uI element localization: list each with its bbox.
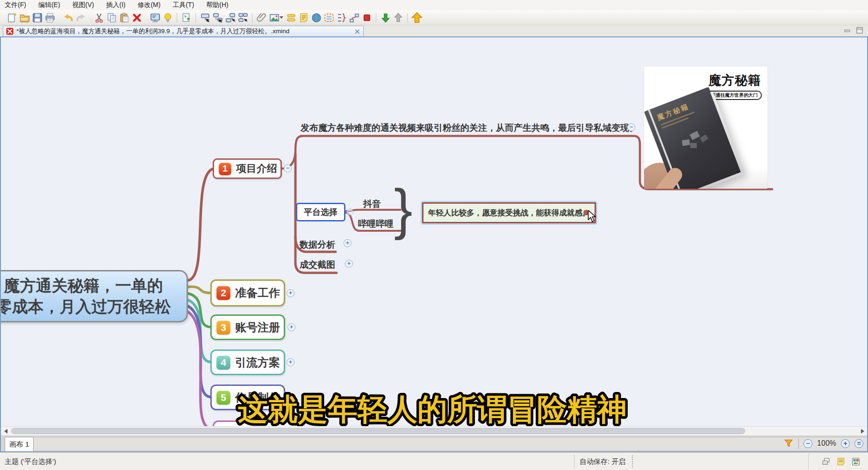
paste-icon[interactable] [118, 11, 130, 24]
insert-topic-before-icon[interactable] [224, 11, 237, 24]
main-topic-1[interactable]: 1 项目介绍 [213, 158, 282, 179]
presentation-icon[interactable] [149, 11, 161, 24]
idea-lightbulb-icon[interactable] [161, 11, 174, 24]
main-topic-4[interactable]: 4 引流方案 [210, 349, 285, 375]
book-photo-image[interactable]: 魔方秘籍 打开通往魔方世界的大门 魔方秘籍 [644, 66, 768, 189]
drill-down-icon[interactable] [379, 11, 392, 24]
central-topic-line2: 零成本，月入过万很轻松 [1, 296, 171, 317]
video-subtitle-text: 这就是年轻人的所谓冒险精神 [238, 392, 627, 426]
summary-bars-icon[interactable] [285, 11, 297, 24]
minimize-pane-icon[interactable] [844, 27, 851, 34]
menu-tools[interactable]: 工具(T) [172, 1, 194, 9]
toolbar [0, 10, 868, 25]
cut-icon[interactable] [93, 11, 105, 24]
menu-view[interactable]: 视图(V) [72, 1, 94, 9]
relationship-icon[interactable] [348, 11, 360, 24]
delete-icon[interactable] [130, 11, 143, 24]
hyperlink-globe-icon[interactable] [310, 11, 323, 24]
maximize-pane-icon[interactable] [856, 27, 863, 34]
menu-bar: 文件(F) 编辑(E) 视图(V) 插入(I) 修改(M) 工具(T) 帮助(H… [0, 0, 868, 10]
main-topic-2[interactable]: 2 准备工作 [210, 279, 285, 306]
status-selection-info: 主题 ('平台选择') [5, 457, 56, 466]
summary-brace: } [394, 181, 412, 237]
data-analysis-topic[interactable]: 数据分析 [300, 239, 335, 251]
collapse-button-platform[interactable]: − [346, 208, 353, 215]
insert-topic-icon[interactable] [199, 11, 211, 24]
menu-file[interactable]: 文件(F) [5, 1, 26, 9]
upgrade-icon[interactable] [410, 11, 423, 24]
editor-frame: 魔方通关秘籍，一单的 零成本，月入过万很轻松 1 项目介绍 − 发布魔方各种难度… [0, 36, 868, 452]
expand-button-topic-3[interactable]: + [287, 323, 295, 331]
platform-option-douyin[interactable]: 抖音 [363, 198, 381, 210]
notes-panel-icon[interactable] [836, 457, 846, 466]
filter-icon[interactable] [783, 438, 794, 449]
status-autosave: 自动保存: 开启 [580, 457, 625, 466]
zoom-reset-button[interactable]: = [854, 439, 863, 448]
summary-brace-icon[interactable] [335, 11, 348, 24]
save-icon[interactable] [31, 11, 43, 24]
expand-button-deal-screenshot[interactable]: + [345, 260, 353, 268]
main-topic-4-label: 引流方案 [235, 355, 280, 370]
new-sheet-icon[interactable] [180, 11, 193, 24]
menu-help[interactable]: 帮助(H) [206, 1, 228, 9]
copy-icon[interactable] [105, 11, 118, 24]
image-dropdown-icon[interactable] [280, 16, 283, 19]
scrollbar-thumb[interactable] [11, 428, 745, 434]
platform-topic-selected[interactable]: 平台选择 [296, 203, 345, 221]
photo-heading: 魔方秘籍 [709, 72, 761, 89]
zoom-out-button[interactable]: − [803, 439, 812, 448]
main-topic-3[interactable]: 3 账号注册 [210, 314, 285, 340]
main-topic-3-label: 账号注册 [235, 320, 280, 335]
xmind-app-window: 文件(F) 编辑(E) 视图(V) 插入(I) 修改(M) 工具(T) 帮助(H… [0, 0, 868, 470]
insert-parent-topic-icon[interactable] [237, 11, 249, 24]
menu-modify[interactable]: 修改(M) [137, 1, 160, 9]
expand-button-topic-4[interactable]: + [287, 358, 294, 366]
mouse-cursor [587, 210, 597, 222]
main-topic-1-label: 项目介绍 [236, 162, 277, 176]
mindmap-canvas[interactable]: 魔方通关秘籍，一单的 零成本，月入过万很轻松 1 项目介绍 − 发布魔方各种难度… [1, 37, 867, 426]
zoom-in-button[interactable]: + [841, 439, 850, 448]
undo-icon[interactable] [62, 11, 74, 24]
central-topic[interactable]: 魔方通关秘籍，一单的 零成本，月入过万很轻松 [1, 270, 188, 322]
properties-panel-icon[interactable] [851, 457, 861, 466]
new-file-icon[interactable] [6, 11, 18, 24]
tab-close-icon[interactable] [354, 28, 360, 35]
drill-up-icon[interactable] [392, 11, 404, 24]
expand-button-topic-2[interactable]: + [287, 289, 294, 297]
topic-number-badge-4: 4 [216, 356, 230, 370]
scroll-left-button[interactable] [1, 427, 10, 436]
document-tab[interactable]: *被人忽略的蓝海项目，魔方通关秘籍，一单的利润39.9，几乎是零成本，月入过万很… [3, 26, 364, 36]
cascade-windows-icon[interactable] [821, 457, 831, 466]
xmind-file-icon [6, 28, 14, 35]
collapse-button-strategy[interactable]: − [627, 123, 635, 131]
menu-insert[interactable]: 插入(I) [106, 1, 125, 9]
insert-image-icon[interactable] [268, 11, 280, 24]
sheet-tab-canvas1[interactable]: 画布 1 [5, 437, 34, 451]
summary-topic[interactable]: 年轻人比较多，愿意接受挑战，能获得成就感。 [422, 202, 596, 223]
platform-option-bilibili[interactable]: 哔哩哔哩 [358, 218, 394, 230]
expand-button-data-analysis[interactable]: + [344, 239, 352, 247]
print-icon[interactable] [43, 11, 56, 24]
sheet-bar: 画布 1 − 100% + = [1, 435, 867, 451]
document-tab-bar: *被人忽略的蓝海项目，魔方通关秘籍，一单的利润39.9，几乎是零成本，月入过万很… [0, 25, 868, 36]
horizontal-scrollbar[interactable] [1, 426, 867, 435]
boundary-icon[interactable] [323, 11, 335, 24]
insert-subtopic-icon[interactable] [211, 11, 224, 24]
menu-edit[interactable]: 编辑(E) [38, 1, 60, 9]
redo-icon[interactable] [74, 11, 87, 24]
open-file-icon[interactable] [18, 11, 31, 24]
video-subtitle-overlay: 这就是年轻人的所谓冒险精神 [1, 386, 867, 426]
zoom-level: 100% [817, 439, 836, 448]
attachment-icon[interactable] [255, 11, 268, 24]
strategy-note-topic[interactable]: 发布魔方各种难度的通关视频来吸引粉丝的关注，从而产生共鸣，最后引导私域变现。 [301, 122, 638, 134]
topic-number-badge-2: 2 [216, 286, 230, 300]
status-bar: 主题 ('平台选择') 自动保存: 开启 [0, 452, 868, 470]
scroll-right-button[interactable] [858, 427, 867, 436]
topic-number-badge-1: 1 [219, 163, 231, 175]
notes-icon[interactable] [297, 11, 310, 24]
collapse-button-topic-1[interactable]: − [284, 164, 292, 172]
marker-icon[interactable] [360, 11, 373, 24]
topic-number-badge-3: 3 [216, 320, 230, 335]
deal-screenshot-topic[interactable]: 成交截图 [300, 259, 335, 271]
document-tab-title: *被人忽略的蓝海项目，魔方通关秘籍，一单的利润39.9，几乎是零成本，月入过万很… [16, 27, 352, 36]
